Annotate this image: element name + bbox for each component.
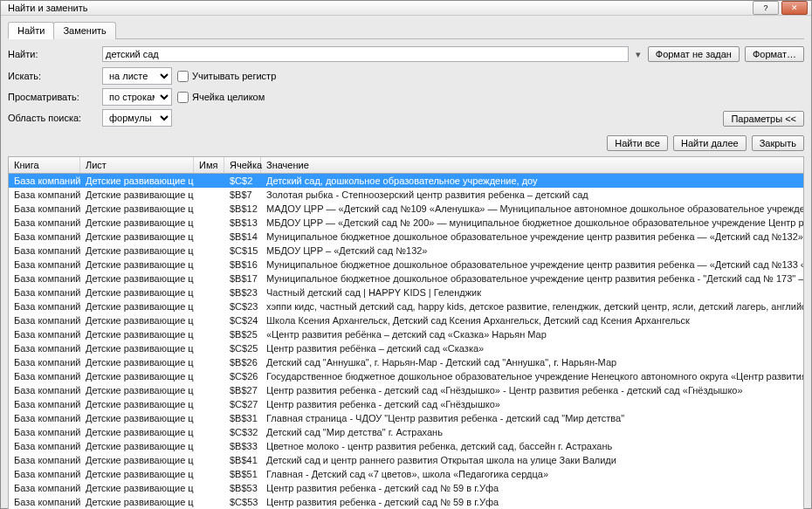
find-replace-dialog: Найти и заменить ? ✕ Найти Заменить Найт… — [0, 0, 812, 509]
result-row[interactable]: База компаний.xlsxДетские развивающие це… — [9, 258, 803, 272]
result-row[interactable]: База компаний.xlsxДетские развивающие це… — [9, 439, 803, 453]
result-row[interactable]: База компаний.xlsxДетские развивающие це… — [9, 411, 803, 425]
col-name[interactable]: Имя — [194, 157, 224, 173]
find-input[interactable] — [102, 46, 629, 62]
no-format-button[interactable]: Формат не задан — [648, 46, 740, 62]
result-row[interactable]: База компаний.xlsxДетские развивающие це… — [9, 299, 803, 313]
help-button[interactable]: ? — [753, 1, 779, 15]
tab-row: Найти Заменить — [8, 21, 804, 39]
options-button[interactable]: Параметры << — [723, 111, 804, 127]
result-row[interactable]: База компаний.xlsxДетские развивающие це… — [9, 174, 803, 188]
tab-replace[interactable]: Заменить — [53, 22, 115, 39]
result-row[interactable]: База компаний.xlsxДетские развивающие це… — [9, 244, 803, 258]
result-row[interactable]: База компаний.xlsxДетские развивающие це… — [9, 313, 803, 327]
window-title: Найти и заменить — [8, 3, 87, 13]
result-row[interactable]: База компаний.xlsxДетские развивающие це… — [9, 383, 803, 397]
result-row[interactable]: База компаний.xlsxДетские развивающие це… — [9, 216, 803, 230]
result-row[interactable]: База компаний.xlsxДетские развивающие це… — [9, 341, 803, 355]
find-next-button[interactable]: Найти далее — [673, 135, 747, 151]
scope-select[interactable]: формулы — [102, 109, 172, 127]
scope-label: Область поиска: — [8, 113, 97, 123]
result-row[interactable]: База компаний.xlsxДетские развивающие це… — [9, 285, 803, 299]
result-row[interactable]: База компаний.xlsxДетские развивающие це… — [9, 467, 803, 481]
result-row[interactable]: База компаний.xlsxДетские развивающие це… — [9, 481, 803, 495]
find-all-button[interactable]: Найти все — [607, 135, 668, 151]
result-row[interactable]: База компаний.xlsxДетские развивающие це… — [9, 397, 803, 411]
match-case-checkbox[interactable]: Учитывать регистр — [177, 71, 276, 82]
result-row[interactable]: База компаний.xlsxДетские развивающие це… — [9, 369, 803, 383]
close-window-button[interactable]: ✕ — [781, 1, 808, 15]
results-list[interactable]: База компаний.xlsxДетские развивающие це… — [8, 173, 804, 509]
col-sheet[interactable]: Лист — [80, 157, 194, 173]
result-row[interactable]: База компаний.xlsxДетские развивающие це… — [9, 495, 803, 509]
direction-select[interactable]: по строкам — [102, 88, 172, 106]
result-row[interactable]: База компаний.xlsxДетские развивающие це… — [9, 188, 803, 202]
result-row[interactable]: База компаний.xlsxДетские развивающие це… — [9, 230, 803, 244]
col-value[interactable]: Значение — [261, 157, 803, 173]
result-row[interactable]: База компаний.xlsxДетские развивающие це… — [9, 272, 803, 285]
result-row[interactable]: База компаний.xlsxДетские развивающие це… — [9, 327, 803, 341]
result-row[interactable]: База компаний.xlsxДетские развивающие це… — [9, 202, 803, 216]
tab-find[interactable]: Найти — [8, 22, 54, 39]
result-row[interactable]: База компаний.xlsxДетские развивающие це… — [9, 355, 803, 369]
col-book[interactable]: Книга — [9, 157, 80, 173]
find-label: Найти: — [8, 49, 97, 59]
result-row[interactable]: База компаний.xlsxДетские развивающие це… — [9, 425, 803, 439]
dropdown-icon[interactable]: ▾ — [634, 49, 643, 60]
result-headers: Книга Лист Имя Ячейка Значение — [8, 156, 804, 173]
search-in-label: Искать: — [8, 71, 97, 81]
format-button[interactable]: Формат… — [745, 46, 804, 62]
titlebar: Найти и заменить ? ✕ — [1, 1, 811, 16]
col-cell[interactable]: Ячейка — [224, 157, 261, 173]
whole-cell-checkbox[interactable]: Ячейка целиком — [177, 92, 265, 103]
direction-label: Просматривать: — [8, 92, 97, 102]
search-in-select[interactable]: на листе — [102, 67, 172, 85]
result-row[interactable]: База компаний.xlsxДетские развивающие це… — [9, 453, 803, 467]
close-button[interactable]: Закрыть — [752, 135, 804, 151]
